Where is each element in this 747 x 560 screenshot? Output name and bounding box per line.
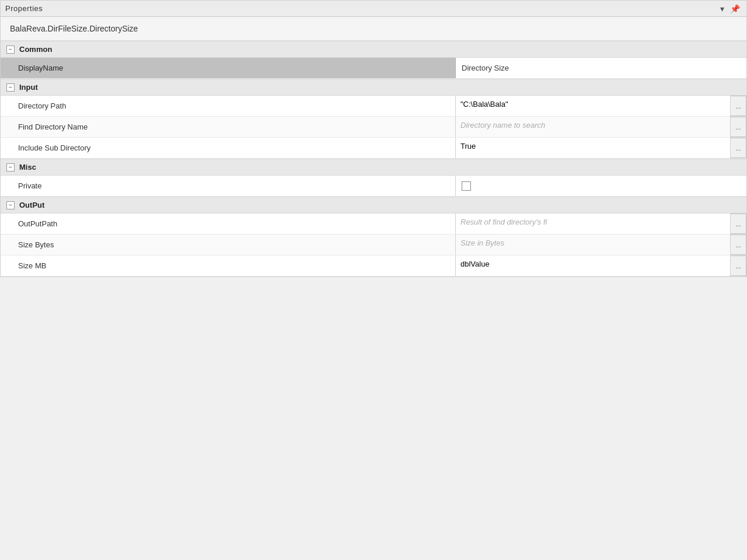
display-name-row: DisplayName Directory Size xyxy=(1,58,746,79)
input-collapse-icon[interactable]: − xyxy=(6,83,15,92)
directory-path-value-cell: "C:\Bala\Bala" ... xyxy=(456,96,746,116)
size-bytes-value[interactable]: Size in Bytes xyxy=(456,235,730,255)
size-bytes-ellipsis-btn[interactable]: ... xyxy=(730,235,746,255)
private-checkbox[interactable] xyxy=(462,181,471,191)
component-title: BalaReva.DirFileSize.DirectorySize xyxy=(1,17,746,41)
section-input: − Input Directory Path "C:\Bala\Bala" ..… xyxy=(1,79,746,159)
size-mb-label: Size MB xyxy=(1,256,456,276)
output-path-value-cell: Result of find directory's fi ... xyxy=(456,214,746,234)
include-sub-directory-value[interactable]: True xyxy=(456,138,730,158)
panel-header: Properties ▾ 📌 xyxy=(1,1,746,17)
include-sub-directory-row: Include Sub Directory True ... xyxy=(1,138,746,159)
section-misc: − Misc Private xyxy=(1,159,746,197)
private-value-cell xyxy=(456,176,746,196)
panel-title: Properties xyxy=(5,4,43,13)
find-directory-name-value[interactable]: Directory name to search xyxy=(456,117,730,137)
pin-icon[interactable]: 📌 xyxy=(728,4,742,13)
find-directory-name-label: Find Directory Name xyxy=(1,117,456,137)
size-mb-value-cell: dblValue ... xyxy=(456,256,746,276)
size-bytes-value-cell: Size in Bytes ... xyxy=(456,235,746,255)
find-directory-name-ellipsis-btn[interactable]: ... xyxy=(730,117,746,137)
directory-path-label: Directory Path xyxy=(1,96,456,116)
size-mb-ellipsis-btn[interactable]: ... xyxy=(730,256,746,276)
include-sub-directory-value-cell: True ... xyxy=(456,138,746,158)
directory-path-ellipsis-btn[interactable]: ... xyxy=(730,96,746,116)
section-common: − Common DisplayName Directory Size xyxy=(1,41,746,79)
section-output: − OutPut OutPutPath Result of find direc… xyxy=(1,197,746,276)
private-checkbox-cell xyxy=(456,176,477,196)
private-row: Private xyxy=(1,176,746,197)
display-name-value: Directory Size xyxy=(456,58,746,78)
section-input-header[interactable]: − Input xyxy=(1,79,746,96)
input-section-title: Input xyxy=(19,83,38,92)
common-section-title: Common xyxy=(19,45,52,54)
panel-header-icons: ▾ 📌 xyxy=(718,4,742,13)
section-common-header[interactable]: − Common xyxy=(1,41,746,58)
include-sub-directory-label: Include Sub Directory xyxy=(1,138,456,158)
size-mb-value[interactable]: dblValue xyxy=(456,256,730,276)
output-path-ellipsis-btn[interactable]: ... xyxy=(730,214,746,234)
find-directory-name-row: Find Directory Name Directory name to se… xyxy=(1,117,746,138)
section-misc-header[interactable]: − Misc xyxy=(1,159,746,176)
size-bytes-row: Size Bytes Size in Bytes ... xyxy=(1,235,746,256)
private-label: Private xyxy=(1,176,456,196)
misc-section-title: Misc xyxy=(19,163,36,172)
properties-panel: Properties ▾ 📌 BalaReva.DirFileSize.Dire… xyxy=(0,0,747,277)
output-path-value[interactable]: Result of find directory's fi xyxy=(456,214,730,234)
size-bytes-label: Size Bytes xyxy=(1,235,456,255)
find-directory-name-value-cell: Directory name to search ... xyxy=(456,117,746,137)
output-collapse-icon[interactable]: − xyxy=(6,201,15,209)
include-sub-directory-ellipsis-btn[interactable]: ... xyxy=(730,138,746,158)
output-path-row: OutPutPath Result of find directory's fi… xyxy=(1,214,746,235)
section-output-header[interactable]: − OutPut xyxy=(1,197,746,214)
misc-collapse-icon[interactable]: − xyxy=(6,163,15,172)
output-section-title: OutPut xyxy=(19,201,44,209)
directory-path-value[interactable]: "C:\Bala\Bala" xyxy=(456,96,730,116)
display-name-label: DisplayName xyxy=(1,58,456,78)
common-collapse-icon[interactable]: − xyxy=(6,46,15,54)
directory-path-row: Directory Path "C:\Bala\Bala" ... xyxy=(1,96,746,117)
output-path-label: OutPutPath xyxy=(1,214,456,234)
collapse-icon[interactable]: ▾ xyxy=(718,4,726,13)
size-mb-row: Size MB dblValue ... xyxy=(1,256,746,276)
